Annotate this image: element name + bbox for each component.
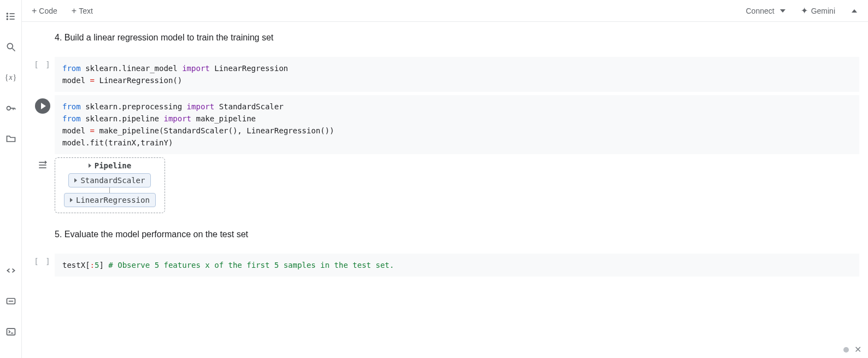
gemini-button[interactable]: ✦ Gemini [794,2,842,19]
code-cell-active[interactable]: from sklearn.preprocessing import Standa… [31,95,859,154]
sparkle-icon: ✦ [801,5,808,16]
toolbar: + Code + Text Connect ✦ Gemini [0,0,868,22]
cell-gutter[interactable] [31,95,55,154]
close-icon[interactable]: ✕ [854,344,861,355]
pipeline-stage[interactable]: StandardScaler [68,173,151,187]
run-cell-button[interactable] [35,98,50,114]
command-palette-icon[interactable] [0,290,22,312]
secrets-icon[interactable] [0,97,22,119]
collapse-header-button[interactable] [845,6,864,16]
expand-triangle-icon [70,198,73,202]
add-code-button[interactable]: + Code [26,3,63,19]
toc-icon[interactable] [0,5,22,27]
svg-point-2 [7,16,8,17]
pipeline-stage-label: StandardScaler [80,176,145,185]
output-settings-icon[interactable] [37,160,48,171]
code-editor[interactable]: from sklearn.preprocessing import Standa… [55,95,859,154]
pipeline-diagram[interactable]: Pipeline StandardScaler LinearRegression [55,157,165,213]
status-footer: ✕ [843,344,861,355]
gemini-label: Gemini [811,7,835,15]
caret-down-icon [780,9,785,13]
pipeline-stage[interactable]: LinearRegression [64,193,156,207]
caret-up-icon [852,9,857,13]
cell-gutter[interactable]: [ ] [31,254,55,277]
left-rail: x [0,0,22,358]
svg-point-8 [7,107,10,110]
svg-rect-14 [7,328,15,335]
expand-triangle-icon [74,178,77,183]
files-icon[interactable] [0,128,22,150]
plus-icon: + [72,7,77,15]
status-dot-icon [843,347,849,353]
svg-line-7 [12,49,15,51]
terminal-icon[interactable] [0,321,22,343]
cell-gutter[interactable]: [ ] [31,57,55,92]
code-cell[interactable]: [ ] testX[:5] # Observe 5 features x of … [31,254,859,277]
search-icon[interactable] [0,36,22,58]
code-snippets-icon[interactable] [0,260,22,281]
pipeline-title-row[interactable]: Pipeline [89,161,131,170]
svg-point-6 [7,43,13,49]
plus-icon: + [32,7,37,15]
add-text-button[interactable]: + Text [66,3,98,19]
variables-icon[interactable]: x [0,67,22,89]
pipeline-title: Pipeline [95,161,131,170]
markdown-heading-5: 5. Evaluate the model performance on the… [31,219,859,250]
markdown-heading-4: 4. Build a linear regression model to tr… [31,22,859,54]
pipeline-connector [109,187,110,193]
pipeline-stage-label: LinearRegression [76,196,150,204]
play-icon [41,103,46,109]
code-editor[interactable]: testX[:5] # Observe 5 features x of the … [55,254,859,277]
connect-button[interactable]: Connect [740,3,790,19]
add-code-label: Code [39,7,57,15]
svg-point-0 [7,13,8,14]
cell-output: Pipeline StandardScaler LinearRegression [31,157,859,213]
svg-point-4 [7,19,8,20]
add-text-label: Text [79,7,93,15]
notebook-main[interactable]: 4. Build a linear regression model to tr… [22,22,868,358]
connect-label: Connect [746,7,774,15]
code-cell[interactable]: [ ] from sklearn.linear_model import Lin… [31,57,859,92]
code-editor[interactable]: from sklearn.linear_model import LinearR… [55,57,859,92]
expand-triangle-icon [89,163,91,168]
